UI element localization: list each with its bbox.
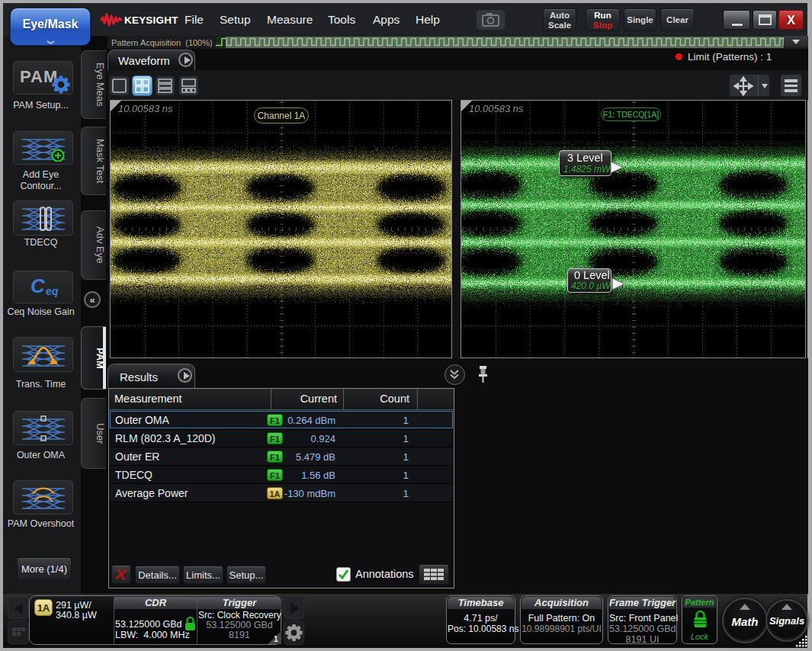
svg-text:1: 1 [274,634,278,643]
